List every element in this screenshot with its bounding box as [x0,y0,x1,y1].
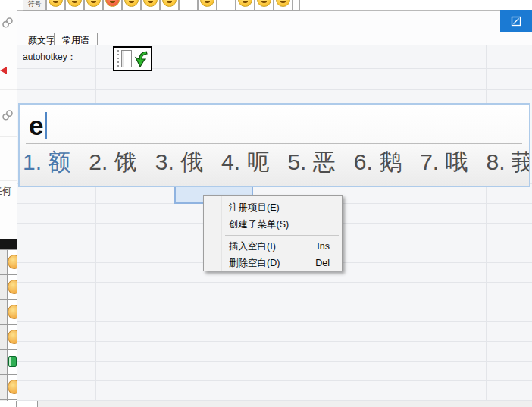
candidate-1[interactable]: 1. 额 [23,149,70,174]
joy-face-icon [143,0,158,7]
expand-button[interactable] [500,10,532,32]
candidate-7[interactable]: 7. 哦 [420,149,468,174]
smiling-face-icon [67,0,82,7]
tongue-out-face-icon [238,0,252,7]
page-icon [121,50,132,67]
candidate-row: 1. 额2. 饿3. 俄4. 呃5. 恶6. 鹅7. 哦8. 莪9. [23,147,529,178]
candidate-2[interactable]: 2. 饿 [89,149,136,174]
menu-item-label: 插入空白(I) [229,241,276,252]
emoji-button[interactable] [46,0,65,11]
emoji-button[interactable] [160,0,179,11]
menu-shortcut: Ins [317,238,330,255]
open-mouth-face-icon [162,0,177,7]
menu-separator [225,235,339,236]
tab-symbols[interactable]: 符号 [23,0,46,11]
ime-divider [26,143,522,144]
toolbar-end-spacer [293,0,300,11]
green-return-arrow-icon [133,50,149,69]
neutral-face-icon [200,0,214,7]
menu-item-label: 创建子菜单(S) [229,219,289,230]
emoji-button-empty[interactable] [179,0,198,11]
candidate-5[interactable]: 5. 恶 [287,149,335,174]
unamused-face-icon [276,0,290,7]
composition-string: e [29,111,43,140]
grid-row-line [17,68,532,69]
text-caret [45,112,47,139]
menu-item-create-submenu[interactable]: 创建子菜单(S) [204,216,342,233]
ime-candidate-window: e 1. 额2. 饿3. 俄4. 呃5. 恶6. 鹅7. 哦8. 莪9. [18,103,530,187]
menu-item-delete-blank[interactable]: 删除空白(D) Del [204,255,342,271]
background-bottom-cells [0,401,38,407]
emoji-button[interactable] [103,0,122,11]
cell-border [16,401,17,407]
candidate-6[interactable]: 6. 鹅 [354,149,402,174]
grid-row-line [17,89,532,90]
candidate-4[interactable]: 4. 呃 [221,149,269,174]
grinning-face-icon [49,0,63,7]
emoji-button[interactable] [255,0,274,11]
menu-item-label: 删除空白(D) [229,258,280,268]
fist-icon [8,330,17,344]
emoji-button[interactable] [141,0,160,11]
emoji-button[interactable] [84,0,103,11]
emoji-button[interactable] [65,0,84,11]
menu-shortcut: Del [315,255,330,271]
raised-hand-icon [8,280,17,294]
emoji-button[interactable] [122,0,141,11]
divider [0,89,17,90]
tab-common-phrases[interactable]: 常用语 [54,33,98,45]
confounded-face-icon [257,0,271,7]
emoji-button[interactable] [198,0,217,11]
angry-face-icon [105,0,120,7]
bottom-edge-strip [17,401,532,407]
background-emoji-list [0,249,17,402]
grinning-sweat-face-icon [124,0,139,7]
emoji-button-empty[interactable] [217,0,236,11]
divider [0,180,17,181]
red-arrow-icon [0,67,7,74]
screen: 任何 符号 [0,0,532,407]
link-icon [2,17,14,29]
green-book-icon [8,356,17,367]
composition-text: e [29,111,47,141]
autohotkey-label: autohotkey： [23,51,77,64]
link-icon [2,109,14,121]
emoji-button[interactable] [274,0,293,11]
divider [0,42,17,42]
context-menu: 注册项目(E) 创建子菜单(S) 插入空白(I) Ins 删除空白(D) Del [203,195,343,271]
ok-hand-icon [8,255,17,269]
emoji-button[interactable] [236,0,255,11]
candidate-8[interactable]: 8. 莪 [487,149,529,174]
menu-item-insert-blank[interactable]: 插入空白(I) Ins [204,238,342,255]
background-partial-text: 任何 [0,185,11,198]
menu-item-label: 注册项目(E) [229,202,280,213]
sunglasses-face-icon [86,0,101,7]
menu-item-register-entry[interactable]: 注册项目(E) [204,199,342,216]
ok-hand-icon [8,380,17,394]
expand-icon [511,16,521,27]
drag-handle-dots-icon [117,50,119,67]
candidate-3[interactable]: 3. 俄 [155,149,203,174]
divider [0,136,17,137]
fist-icon [8,305,17,319]
background-window-left-strip: 任何 [0,10,17,407]
autohotkey-value-button[interactable] [113,46,152,71]
background-list-gutter [0,249,8,402]
background-title-bar [0,239,17,249]
